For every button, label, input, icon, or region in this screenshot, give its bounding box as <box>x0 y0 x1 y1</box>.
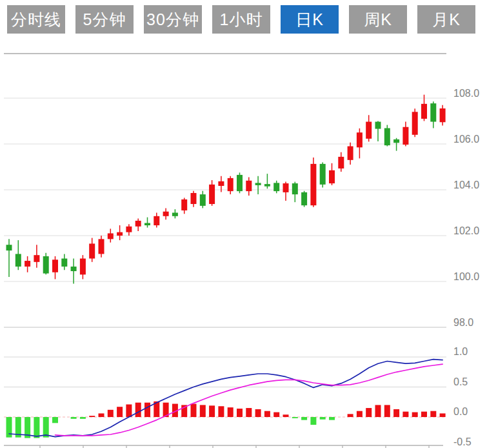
candle-up <box>348 147 353 160</box>
dif-line <box>9 360 442 437</box>
candle-down <box>61 259 67 267</box>
price-tick-label: 108.0 <box>453 88 479 99</box>
macd-bar-up <box>108 410 114 417</box>
macd-bar-up <box>384 405 390 417</box>
price-tick-label: 98.0 <box>453 317 473 328</box>
candle-up <box>440 108 446 122</box>
macd-bar-up <box>348 414 353 417</box>
macd-bar-down <box>71 417 77 419</box>
candle-down <box>71 267 77 271</box>
macd-bar-down <box>320 417 326 420</box>
macd-bar-up <box>228 407 234 417</box>
candle-down <box>430 103 436 121</box>
macd-bar-up <box>255 409 261 417</box>
candle-down <box>273 183 279 191</box>
candle-up <box>246 181 252 191</box>
macd-bar-up <box>430 411 436 417</box>
candle-up <box>52 260 58 272</box>
macd-tick-label: 1.0 <box>453 346 468 357</box>
macd-tick-label: 0.0 <box>453 406 468 417</box>
macd-bar-down <box>34 417 39 438</box>
candle-up <box>108 233 114 239</box>
candle-up <box>283 183 289 192</box>
macd-bar-up <box>264 411 270 417</box>
candle-down <box>43 256 49 274</box>
macd-bar-down <box>329 417 335 420</box>
kline-chart[interactable]: 108.0106.0104.0102.0100.098.01.00.50.0-0… <box>0 0 487 448</box>
candle-down <box>264 184 270 187</box>
macd-bar-up <box>246 408 252 417</box>
candle-up <box>154 216 159 225</box>
candle-up <box>181 199 187 210</box>
price-tick-label: 102.0 <box>453 225 479 236</box>
candle-up <box>209 185 215 204</box>
candle-up <box>412 112 418 135</box>
candle-up <box>366 122 372 139</box>
macd-bar-up <box>393 409 399 417</box>
candle-up <box>357 132 363 147</box>
macd-bar-up <box>421 412 427 417</box>
candle-down <box>301 192 307 205</box>
macd-bar-up <box>283 414 289 417</box>
macd-bar-down <box>80 417 86 419</box>
candle-down <box>200 194 206 206</box>
candle-up <box>126 227 132 232</box>
macd-bar-up <box>135 403 141 417</box>
macd-bar-up <box>191 404 197 417</box>
candle-down <box>384 128 390 146</box>
candle-up <box>310 164 316 205</box>
candle-up <box>338 157 344 168</box>
macd-tick-label: 0.5 <box>453 376 468 387</box>
macd-bar-up <box>218 406 224 417</box>
macd-bar-up <box>366 408 372 417</box>
candle-down <box>172 213 178 216</box>
candle-up <box>99 239 104 254</box>
macd-bar-up <box>237 409 243 417</box>
candle-down <box>144 223 150 225</box>
candle-down <box>6 245 12 250</box>
candle-down <box>255 183 261 185</box>
price-tick-label: 100.0 <box>453 271 479 282</box>
candle-up <box>117 232 123 236</box>
candle-down <box>15 254 21 267</box>
macd-bar-down <box>43 417 49 438</box>
macd-bar-down <box>301 417 307 420</box>
macd-bar-up <box>117 407 123 417</box>
macd-bar-down <box>310 417 316 425</box>
macd-bar-up <box>403 412 408 417</box>
candle-down <box>320 164 326 185</box>
macd-bar-up <box>144 403 150 417</box>
candle-up <box>403 127 408 145</box>
candle-up <box>218 181 224 186</box>
candle-up <box>329 170 335 183</box>
candle-up <box>228 178 234 191</box>
price-tick-label: 106.0 <box>453 134 479 145</box>
macd-bar-up <box>200 405 206 417</box>
macd-bar-up <box>357 411 363 417</box>
macd-bar-up <box>126 404 132 417</box>
candle-up <box>135 221 141 227</box>
candle-down <box>393 139 399 143</box>
macd-bar-up <box>375 405 381 417</box>
macd-bar-up <box>89 416 95 417</box>
macd-bar-up <box>273 412 279 417</box>
macd-bar-down <box>292 417 298 418</box>
candle-up <box>421 104 427 119</box>
candle-down <box>237 175 243 191</box>
candle-up <box>25 261 30 267</box>
candle-down <box>292 183 298 194</box>
candle-up <box>191 193 197 204</box>
candle-up <box>163 212 169 216</box>
price-tick-label: 104.0 <box>453 179 479 190</box>
candle-up <box>34 255 39 262</box>
macd-bar-up <box>412 412 418 417</box>
macd-bar-up <box>440 413 446 417</box>
candle-down <box>375 122 381 129</box>
candle-up <box>89 243 95 258</box>
macd-bar-up <box>99 413 104 417</box>
macd-tick-label: -0.5 <box>453 436 472 447</box>
macd-bar-up <box>209 405 215 417</box>
candle-up <box>80 259 86 275</box>
macd-bar-down <box>52 417 58 423</box>
